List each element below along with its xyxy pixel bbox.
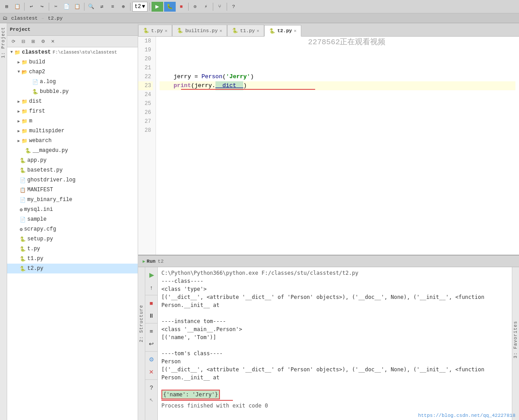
tree-item-webarch[interactable]: ▶ 📁 webarch [7,136,138,146]
output-class-header: ----class---- [161,277,508,285]
code-editor: 2278562正在观看视频 18 19 20 21 22 23 24 25 26… [138,37,519,255]
scroll-up-button[interactable]: ↑ [145,281,158,293]
tree-item-binary[interactable]: 📄 my_binary_file [7,195,138,205]
output-person-dict: [('__dict__', <attribute '__dict__' of '… [161,365,508,382]
tree-item-basetest[interactable]: 🐍 basetest.py [7,165,138,175]
t2py-tab-icon: 🐍 [269,28,275,34]
help-run-button[interactable]: ? [145,382,158,393]
profile-button[interactable]: ⚡ [201,2,211,12]
tree-item-multispider[interactable]: ▶ 📁 multispider [7,126,138,136]
t1py-tab-icon: 🐍 [232,28,238,34]
t1py-tab-close[interactable]: ✕ [257,28,259,34]
tpy-tab-close[interactable]: ✕ [165,28,167,34]
setuppy-icon: 🐍 [20,236,26,242]
stop-run-button[interactable]: ■ [145,297,158,309]
tree-item-chap2[interactable]: ▼ 📂 chap2 [7,67,138,77]
bottom-tabs: ▶ Run t2 [138,256,519,267]
finish-text: Process finished with exit code 0 [161,403,268,409]
manifest-icon: 📋 [20,187,26,193]
rerun-button[interactable]: ▶ [145,269,158,281]
collapse-all-button[interactable]: ⊟ [19,37,28,46]
t1py-icon: 🐍 [20,256,26,262]
wrap-button[interactable]: ↩ [145,338,158,349]
m-label: m [29,118,32,124]
toolbar-icon4[interactable]: ⊕ [118,2,128,12]
line-num-20: 20 [138,55,153,63]
line22-indent [160,72,173,81]
run-tab[interactable]: ▶ Run t2 [140,258,166,265]
run-config-dropdown[interactable]: t2 ▼ [132,2,148,12]
output-jerry-line: {'name': 'Jerry'} [161,390,508,399]
tree-item-scrapycfg[interactable]: ⚙ scrapy.cfg [7,224,138,234]
tree-item-setuppy[interactable]: 🐍 setup.py [7,234,138,244]
stop-button[interactable]: ■ [177,2,186,12]
tree-item-tpy[interactable]: 🐍 t.py [7,244,138,254]
sample-icon: 📄 [20,217,26,223]
redo-button[interactable]: ↪ [37,2,47,12]
binary-label: my_binary_file [27,197,72,203]
settings-run-button[interactable]: ⚙ [145,353,158,365]
tree-item-magedu[interactable]: 🐍 __magedu.py [7,146,138,155]
toolbar-icon2[interactable]: 📋 [13,2,22,12]
tree-item-dist[interactable]: ▶ 📁 dist [7,97,138,106]
debug-button[interactable]: 🐛 [164,2,176,12]
tree-item-t1py[interactable]: 🐍 t1.py [7,254,138,264]
help-button[interactable]: ? [229,2,239,12]
tpy-label: t.py [27,246,40,252]
tree-item-apppy[interactable]: 🐍 app.py [7,155,138,165]
undo-button[interactable]: ↩ [26,2,36,12]
cmd-text: C:\Python\Python366\python.exe F:/classe… [161,270,359,276]
builtins-tab-close[interactable]: ✕ [219,28,222,34]
tab-t2py[interactable]: 🐍 t2.py ✕ [264,25,301,37]
vcs-button[interactable]: ⑂ [215,2,225,12]
tree-item-manifest[interactable]: 📋 MANIFEST [7,185,138,195]
tree-item-first[interactable]: ▶ 📁 first [7,106,138,116]
search-button[interactable]: 🔍 [86,2,96,12]
tree-item-mysqlini[interactable]: ⚙ mysql.ini [7,205,138,214]
coverage-button[interactable]: ⊙ [190,2,200,12]
dist-label: dist [29,98,42,105]
tree-item-alog[interactable]: 📄 a.log [7,77,138,87]
close-panel-button[interactable]: ✕ [48,37,57,46]
run-output: C:\Python\Python366\python.exe F:/classe… [158,267,512,420]
copy-button[interactable]: 📄 [62,2,72,12]
t2py-tab-label: t2.py [277,28,292,34]
run-button[interactable]: ▶ [152,2,163,12]
tree-item-bubble[interactable]: 🐍 bubble.py [7,87,138,97]
m-folder-icon: 📁 [21,118,28,124]
tree-item-build[interactable]: ▶ 📁 build [7,57,138,67]
settings-button[interactable]: ⚙ [38,37,47,46]
fav-label: 3: Favorites [513,321,518,358]
line23-indent [160,81,173,90]
clear-button[interactable]: ✕ [145,366,158,378]
sync-button[interactable]: ⟳ [9,37,18,46]
binary-icon: 📄 [20,197,26,203]
paste-button[interactable]: 📋 [72,2,82,12]
toolbar-icon1[interactable]: ⊞ [2,2,12,12]
tpy-tab-label: t.py [151,28,163,34]
tree-item-t2py[interactable]: 🐍 t2.py [7,264,138,273]
url-text: https://blog.csdn.net/qq_42227818 [418,413,515,418]
code-content[interactable]: jerry = Person ( 'Jerry' ) print (jerry.… [156,37,519,255]
toolbar-sep2 [49,3,49,11]
tree-root[interactable]: ▼ 📁 classtest F:\classes\stu\classtest [7,47,138,57]
output-toms-class-header: ----tom's class---- [161,349,508,357]
code-line-21 [160,63,515,72]
pause-button[interactable]: ⏸ [145,310,158,321]
tree-item-sample[interactable]: 📄 sample [7,214,138,224]
root-label: classtest [22,49,51,55]
tab-builtins[interactable]: 🐍 builtins.py ✕ [172,25,227,36]
tree-item-m[interactable]: ▶ 📁 m [7,116,138,126]
tab-tpy[interactable]: 🐍 t.py ✕ [138,25,172,36]
project-side-strip: 1: Project [0,23,7,420]
run-tab-icon: ▶ [143,259,145,264]
tab-t1py[interactable]: 🐍 t1.py ✕ [227,25,264,36]
replace-button[interactable]: ⇄ [97,2,107,12]
tree-item-ghostlog[interactable]: 📄 ghostdriver.log [7,175,138,185]
toolbar-icon3[interactable]: ≡ [108,2,118,12]
expand-all-button[interactable]: ⊞ [29,37,38,46]
cut-button[interactable]: ✂ [51,2,61,12]
t2py-tab-close[interactable]: ✕ [294,28,296,34]
bubble-label: bubble.py [40,88,69,95]
filter-button[interactable]: ≡ [145,325,158,337]
